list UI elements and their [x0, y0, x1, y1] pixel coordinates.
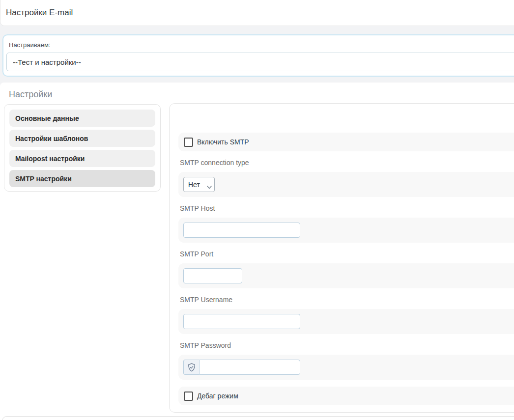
- smtp-port-input[interactable]: [183, 268, 242, 283]
- sidebar-item-label: Mailopost настройки: [15, 155, 85, 163]
- smtp-settings-panel: Включить SMTP SMTP connection type Нет S…: [169, 103, 514, 413]
- sidebar-item-mailopost-settings[interactable]: Mailopost настройки: [9, 150, 155, 167]
- smtp-password-row: [178, 355, 514, 380]
- shield-check-icon: [183, 360, 199, 375]
- sidebar-item-label: SMTP настройки: [15, 175, 72, 183]
- sidebar-item-label: Основные данные: [15, 114, 79, 122]
- page-header: Настройки E-mail: [0, 0, 514, 26]
- smtp-username-label: SMTP Username: [180, 296, 514, 304]
- smtp-username-input[interactable]: [183, 314, 300, 329]
- smtp-host-row: [178, 218, 514, 243]
- next-section-card-partial: [2, 416, 514, 420]
- configure-panel: Настраиваем: --Тест и настройки--: [2, 34, 514, 77]
- sidebar-item-label: Настройки шаблонов: [15, 135, 88, 142]
- connection-type-row: Нет: [178, 172, 514, 197]
- connection-type-select[interactable]: Нет: [183, 177, 215, 192]
- debug-mode-checkbox[interactable]: [184, 392, 193, 401]
- connection-type-label: SMTP connection type: [180, 159, 514, 167]
- sidebar-item-smtp-settings[interactable]: SMTP настройки: [9, 170, 155, 187]
- enable-smtp-label: Включить SMTP: [197, 138, 249, 146]
- sidebar-item-template-settings[interactable]: Настройки шаблонов: [9, 130, 155, 147]
- smtp-username-row: [178, 309, 514, 334]
- sidebar-item-basic-data[interactable]: Основные данные: [9, 110, 155, 127]
- smtp-port-row: [178, 263, 514, 288]
- configure-target-select[interactable]: --Тест и настройки--: [6, 53, 514, 71]
- settings-section: Настройки Основные данные Настройки шабл…: [0, 83, 514, 420]
- debug-mode-label: Дебаг режим: [197, 392, 238, 400]
- smtp-host-input[interactable]: [183, 223, 300, 238]
- enable-smtp-checkbox[interactable]: [184, 138, 193, 147]
- configure-label: Настраиваем:: [9, 41, 514, 49]
- enable-smtp-row: Включить SMTP: [178, 133, 514, 151]
- settings-sidebar: Основные данные Настройки шаблонов Mailo…: [4, 104, 161, 192]
- smtp-port-label: SMTP Port: [180, 250, 514, 258]
- smtp-host-label: SMTP Host: [180, 204, 514, 212]
- smtp-password-label: SMTP Password: [180, 341, 514, 349]
- settings-section-title: Настройки: [9, 89, 514, 100]
- debug-mode-row: Дебаг режим: [178, 387, 514, 405]
- smtp-password-input[interactable]: [199, 360, 300, 375]
- page-title: Настройки E-mail: [6, 8, 73, 18]
